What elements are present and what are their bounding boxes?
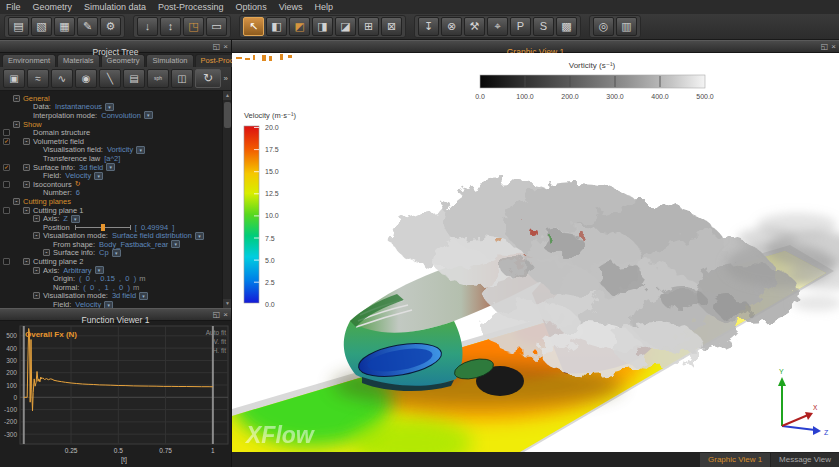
dropdown-icon[interactable]: ▾ bbox=[71, 215, 80, 223]
dropdown-icon[interactable]: ▾ bbox=[171, 240, 180, 248]
dropdown-icon[interactable]: ▾ bbox=[106, 163, 115, 171]
dropdown-icon[interactable]: ▾ bbox=[95, 266, 104, 274]
dropdown-icon[interactable]: ▾ bbox=[195, 232, 204, 240]
row-checkbox[interactable] bbox=[3, 207, 10, 214]
collapse-toggle-icon[interactable]: - bbox=[33, 267, 40, 274]
menu-views[interactable]: Views bbox=[279, 2, 303, 12]
tree-row[interactable]: Data:Instantaneous▾ bbox=[0, 103, 231, 112]
collapse-toggle-icon[interactable]: - bbox=[23, 138, 30, 145]
close-panel-icon[interactable]: × bbox=[831, 41, 836, 53]
tree-row[interactable]: -Cutting plane 2 bbox=[0, 257, 231, 266]
cube-tool-2-button[interactable]: ◩ bbox=[289, 17, 310, 36]
open-project-button[interactable]: ▧ bbox=[31, 17, 52, 36]
tree-row[interactable]: Normal:( 0 , 1 , 0 )m bbox=[0, 283, 231, 292]
scroll-up-icon[interactable]: ▲ bbox=[223, 91, 231, 100]
dropdown-icon[interactable]: ▾ bbox=[94, 172, 103, 180]
cube-tool-3-button[interactable]: ◨ bbox=[312, 17, 333, 36]
collapse-toggle-icon[interactable]: - bbox=[13, 95, 20, 102]
save-button[interactable]: ▦ bbox=[54, 17, 75, 36]
new-project-button[interactable]: ▤ bbox=[8, 17, 29, 36]
collapse-toggle-icon[interactable]: - bbox=[33, 292, 40, 299]
tree-row[interactable]: Field:Velocity▾ bbox=[0, 171, 231, 180]
tree-group-row[interactable]: -Cutting planes bbox=[0, 197, 231, 206]
tree-row[interactable]: Field:Velocity▾ bbox=[0, 300, 231, 308]
dropdown-icon[interactable]: ▾ bbox=[105, 103, 114, 111]
surface-field-button[interactable]: ≈ bbox=[27, 69, 49, 88]
menu-help[interactable]: Help bbox=[315, 2, 334, 12]
tree-row[interactable]: Transference law[a^2] bbox=[0, 154, 231, 163]
tab-environment[interactable]: Environment bbox=[2, 54, 56, 67]
tree-row[interactable]: ✓-Volumetric field bbox=[0, 137, 231, 146]
dropdown-icon[interactable]: ▾ bbox=[136, 146, 145, 154]
fit-option-h-fit[interactable]: H. fit bbox=[213, 347, 227, 354]
collapse-toggle-icon[interactable]: - bbox=[23, 181, 30, 188]
cube-import-button[interactable]: ↧ bbox=[418, 17, 439, 36]
cube-tool-5-button[interactable]: ⊞ bbox=[358, 17, 379, 36]
tree-row[interactable]: From shape:Body_Fastback_rear▾ bbox=[0, 240, 231, 249]
import-button[interactable]: ↓ bbox=[137, 17, 158, 36]
row-checkbox[interactable]: ✓ bbox=[3, 164, 10, 171]
collapse-toggle-icon[interactable]: - bbox=[23, 207, 30, 214]
probe-s-button[interactable]: S bbox=[533, 17, 554, 36]
menu-file[interactable]: File bbox=[6, 2, 21, 12]
refresh-button[interactable]: ↻ bbox=[195, 69, 221, 88]
collapse-toggle-icon[interactable]: - bbox=[23, 164, 30, 171]
view-tab-message-view[interactable]: Message View bbox=[771, 453, 839, 467]
menu-simulation-data[interactable]: Simulation data bbox=[84, 2, 146, 12]
export-geometry-button[interactable]: ◳ bbox=[183, 17, 204, 36]
tree-row[interactable]: -Visualisation mode:3d field▾ bbox=[0, 292, 231, 301]
scrollbar-thumb[interactable] bbox=[224, 102, 231, 128]
tree-row[interactable]: -Axis:Z▾ bbox=[0, 214, 231, 223]
close-panel-icon[interactable]: × bbox=[223, 41, 228, 53]
tree-group-row[interactable]: -General bbox=[0, 94, 231, 103]
tab-simulation[interactable]: Simulation bbox=[146, 54, 193, 67]
measure-button[interactable]: ▭ bbox=[206, 17, 227, 36]
point-probe-button[interactable]: ◉ bbox=[75, 69, 97, 88]
menu-post-processing[interactable]: Post-Processing bbox=[158, 2, 224, 12]
fit-option-v-fit[interactable]: V. fit bbox=[214, 338, 227, 345]
streamlines-button[interactable]: ∿ bbox=[51, 69, 73, 88]
dropdown-icon[interactable]: ▾ bbox=[112, 249, 121, 257]
close-panel-icon[interactable]: × bbox=[223, 309, 228, 321]
sph-export-button[interactable]: sph bbox=[147, 69, 169, 88]
toolbar-overflow-icon[interactable]: » bbox=[224, 74, 228, 83]
animation-button[interactable]: ▩ bbox=[556, 17, 577, 36]
view-tab-graphic-view-1[interactable]: Graphic View 1 bbox=[700, 453, 770, 467]
tree-row[interactable]: Position[ 0.49994 ] bbox=[0, 223, 231, 232]
cube-tool-4-button[interactable]: ◪ bbox=[335, 17, 356, 36]
float-panel-icon[interactable]: ◱ bbox=[213, 309, 221, 321]
graphic-viewport[interactable]: Vorticity (s⁻¹) 0.0100.0200.0300.0400.05… bbox=[232, 53, 839, 452]
volumetric-field-button[interactable]: ▣ bbox=[3, 69, 25, 88]
scroll-down-icon[interactable]: ▼ bbox=[223, 299, 231, 308]
collapse-toggle-icon[interactable]: - bbox=[43, 249, 50, 256]
tree-row[interactable]: -Axis:Arbitrary▾ bbox=[0, 266, 231, 275]
tree-row[interactable]: -Isocontours↻ bbox=[0, 180, 231, 189]
tree-row[interactable]: Interpolation mode:Convolution▾ bbox=[0, 111, 231, 120]
cube-tool-6-button[interactable]: ⊠ bbox=[381, 17, 402, 36]
tree-row[interactable]: ✓-Surface info:3d field▾ bbox=[0, 163, 231, 172]
float-panel-icon[interactable]: ◱ bbox=[821, 41, 829, 53]
fit-option-auto-fit[interactable]: Auto fit bbox=[206, 329, 226, 336]
tree-row[interactable]: Number:6 bbox=[0, 189, 231, 198]
chart-view-button[interactable]: ▥ bbox=[616, 17, 637, 36]
render-view-button[interactable]: ◎ bbox=[593, 17, 614, 36]
row-checkbox[interactable] bbox=[3, 181, 10, 188]
plane-probe-button[interactable]: ▤ bbox=[123, 69, 145, 88]
dropdown-icon[interactable]: ▾ bbox=[139, 292, 148, 300]
float-panel-icon[interactable]: ◱ bbox=[213, 41, 221, 53]
preferences-button[interactable]: ⚙ bbox=[100, 17, 121, 36]
tree-row[interactable]: -Cutting plane 1 bbox=[0, 206, 231, 215]
tree-row[interactable]: Origin:( 0 , 0.15 , 0 )m bbox=[0, 274, 231, 283]
line-probe-button[interactable]: ╲ bbox=[99, 69, 121, 88]
import-export-button[interactable]: ↕ bbox=[160, 17, 181, 36]
row-checkbox[interactable] bbox=[3, 258, 10, 265]
refresh-icon[interactable]: ↻ bbox=[75, 180, 81, 188]
collapse-toggle-icon[interactable]: - bbox=[33, 232, 40, 239]
collapse-toggle-icon[interactable]: - bbox=[13, 121, 20, 128]
inspect-button[interactable]: ⌖ bbox=[487, 17, 508, 36]
row-checkbox[interactable]: ✓ bbox=[3, 138, 10, 145]
tree-row[interactable]: Visualisation field:Vorticity▾ bbox=[0, 146, 231, 155]
collapse-toggle-icon[interactable]: - bbox=[23, 258, 30, 265]
function-plot[interactable]: 5004003002001000-100-200-3000.250.50.751… bbox=[0, 321, 232, 467]
menu-geometry[interactable]: Geometry bbox=[33, 2, 73, 12]
